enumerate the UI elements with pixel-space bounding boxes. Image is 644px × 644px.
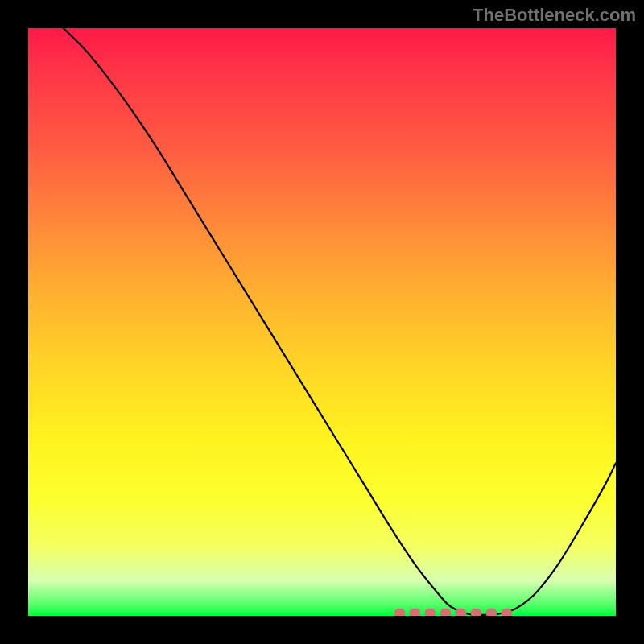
- plot-area: [28, 28, 616, 616]
- optimal-band: [28, 28, 616, 616]
- watermark-text: TheBottleneck.com: [473, 5, 636, 26]
